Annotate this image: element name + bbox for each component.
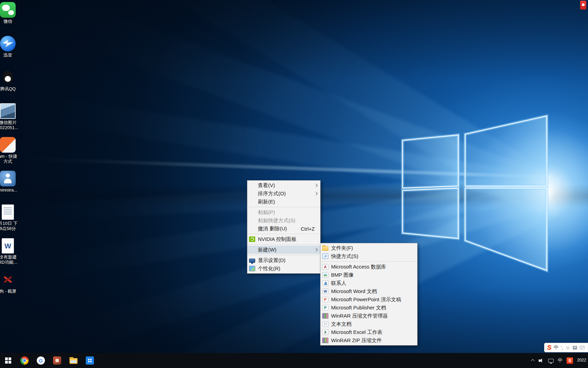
qq-icon: [0, 70, 16, 85]
menu-item-label: 粘贴快捷方式(S): [258, 217, 316, 224]
desktop-icon-administrator[interactable]: ministra...: [0, 171, 22, 204]
submenu-item-label: Microsoft Access 数据库: [331, 264, 413, 270]
taskbar-clock[interactable]: 2022: [577, 358, 588, 363]
personalize-icon: [249, 266, 255, 271]
start-icon: [4, 356, 12, 365]
submenu-item-powerpoint[interactable]: Microsoft PowerPoint 演示文稿: [321, 295, 417, 304]
chrome-icon: [20, 356, 29, 365]
display-tray-icon[interactable]: [548, 359, 554, 363]
contact-icon: [322, 280, 328, 286]
submenu-item-winrar[interactable]: WinRAR 压缩文件管理器: [321, 312, 417, 320]
desktop-context-menu: 查看(V) 排序方式(O) 刷新(E) 粘贴(P) 粘贴快捷方式(S): [247, 180, 321, 274]
desktop-icon-am-shortcut[interactable]: am - 快捷 方式: [0, 137, 22, 171]
input-method-indicator[interactable]: 中: [558, 357, 562, 364]
submenu-item-access[interactable]: Microsoft Access 数据库: [321, 263, 417, 271]
menu-item-nvidia-control-panel[interactable]: NVIDIA 控制面板: [247, 235, 320, 243]
menu-item-undo-delete[interactable]: 撤消 删除(U) Ctrl+Z: [247, 225, 320, 233]
taskbar-g-browser[interactable]: [33, 353, 49, 368]
taskbar-app[interactable]: [49, 353, 65, 368]
submenu-item-excel[interactable]: Microsoft Excel 工作表: [321, 328, 417, 336]
desktop-icon-label: am - 快捷 方式: [0, 154, 17, 164]
sogou-mode-toggle[interactable]: 中: [554, 344, 558, 351]
menu-item-new[interactable]: 新建(W): [247, 246, 320, 254]
taskbar: 中 S 2022: [0, 353, 588, 368]
store-icon: [86, 356, 94, 365]
ppt-icon: [322, 297, 328, 302]
start-button[interactable]: [0, 353, 16, 368]
submenu-item-label: 联系人: [331, 280, 413, 287]
submenu-item-contact[interactable]: 联系人: [321, 279, 417, 287]
floating-red-icon[interactable]: [580, 1, 586, 10]
winrar-icon: [322, 313, 328, 319]
excel-icon: [322, 329, 328, 335]
new-submenu: 文件夹(F) 快捷方式(S) Microsoft Access 数据库 BMP …: [320, 243, 418, 346]
submenu-item-publisher[interactable]: Microsoft Publisher 文档: [321, 304, 417, 312]
wechat-icon: [0, 2, 16, 18]
submenu-item-zip[interactable]: WinRAR ZIP 压缩文件: [321, 336, 417, 344]
submenu-item-label: BMP 图像: [331, 272, 413, 278]
submenu-item-folder[interactable]: 文件夹(F): [321, 244, 417, 252]
sogou-language-bar: S 中 ’, ☺: [544, 343, 588, 352]
submenu-item-word[interactable]: Microsoft Word 文档: [321, 287, 417, 295]
desktop-icon-xunlei[interactable]: 迅雷: [0, 36, 22, 70]
system-tray: 中 S 2022: [532, 353, 588, 368]
menu-separator: [248, 255, 320, 255]
menu-item-label: 显示设置(D): [258, 257, 316, 264]
menu-item-paste-shortcut[interactable]: 粘贴快捷方式(S): [247, 216, 320, 225]
submenu-item-text[interactable]: 文本文档: [321, 320, 417, 328]
desktop-icon-label: 微信: [3, 19, 12, 24]
am-icon: [0, 137, 16, 153]
menu-item-shortcut: Ctrl+Z: [301, 226, 316, 232]
menu-item-label: 刷新(E): [258, 199, 316, 205]
wordfile-icon: [2, 238, 14, 254]
shortcut-icon: [322, 254, 328, 259]
menu-item-personalize[interactable]: 个性化(R): [247, 264, 320, 273]
menu-separator: [321, 261, 416, 262]
hidden-icons-chevron-icon[interactable]: [531, 359, 535, 363]
display-icon: [249, 259, 255, 263]
desktop-icon-qq[interactable]: 腾讯QQ: [0, 70, 22, 103]
volume-icon[interactable]: [539, 358, 544, 363]
desktop-icon-wechat[interactable]: 微信: [0, 2, 22, 36]
sogou-toolbox-icon[interactable]: [573, 346, 577, 350]
menu-item-label: 粘贴(P): [258, 209, 316, 216]
menu-item-label: 个性化(R): [258, 265, 316, 272]
menu-item-refresh[interactable]: 刷新(E): [247, 198, 320, 206]
sogou-logo-icon[interactable]: S: [547, 344, 552, 351]
zip-icon: [322, 338, 328, 343]
admin-icon: [0, 171, 16, 186]
desktop-icon-label: ministra...: [0, 187, 17, 193]
sogou-punctuation-toggle[interactable]: ’,: [561, 345, 563, 350]
menu-separator: [248, 244, 320, 245]
menu-item-display-settings[interactable]: 显示设置(D): [247, 256, 320, 264]
nvidia-icon: [249, 236, 255, 242]
menu-item-sort-by[interactable]: 排序方式(O): [247, 189, 320, 198]
submenu-item-label: 文件夹(F): [331, 245, 413, 251]
taskbar-store[interactable]: [82, 353, 98, 368]
datefile-icon: [2, 204, 14, 220]
desktop-icon-list: 微信 迅雷 腾讯QQ 微信图片 2022051...: [0, 2, 22, 306]
menu-item-label: 查看(V): [258, 182, 316, 189]
submenu-item-shortcut[interactable]: 快捷方式(S): [321, 252, 417, 260]
word-icon: [322, 289, 328, 294]
submenu-item-label: Microsoft Excel 工作表: [331, 329, 413, 336]
taskbar-chrome[interactable]: [16, 353, 33, 368]
menu-item-view[interactable]: 查看(V): [247, 181, 320, 189]
submenu-item-bmp[interactable]: BMP 图像: [321, 271, 417, 279]
explorer-icon: [69, 358, 78, 364]
taskbar-file-explorer[interactable]: [65, 353, 82, 368]
sogou-keyboard-icon[interactable]: [579, 346, 585, 349]
desktop-icon-wechat-image[interactable]: 微信图片 2022051...: [0, 103, 22, 137]
folder-icon: [322, 246, 328, 251]
desktop-icon-sogou-screenshot[interactable]: 狗 - 截屏: [0, 272, 22, 306]
menu-item-label: 新建(W): [258, 247, 316, 253]
menu-item-paste[interactable]: 粘贴(P): [247, 208, 320, 216]
desktop-icon-label: 月10日 下 9点58分: [0, 221, 18, 231]
sogou-emoji-icon[interactable]: ☺: [566, 345, 570, 350]
sogou-icon: [0, 272, 16, 288]
desktop-icon-label: 腾讯QQ: [0, 86, 16, 91]
sogou-tray-icon[interactable]: S: [567, 357, 573, 364]
photo-icon: [0, 103, 16, 119]
desktop-icon-word-document[interactable]: 没有新建 RD功能...: [0, 238, 22, 272]
desktop-icon-dated-document[interactable]: 月10日 下 9点58分: [0, 204, 22, 238]
